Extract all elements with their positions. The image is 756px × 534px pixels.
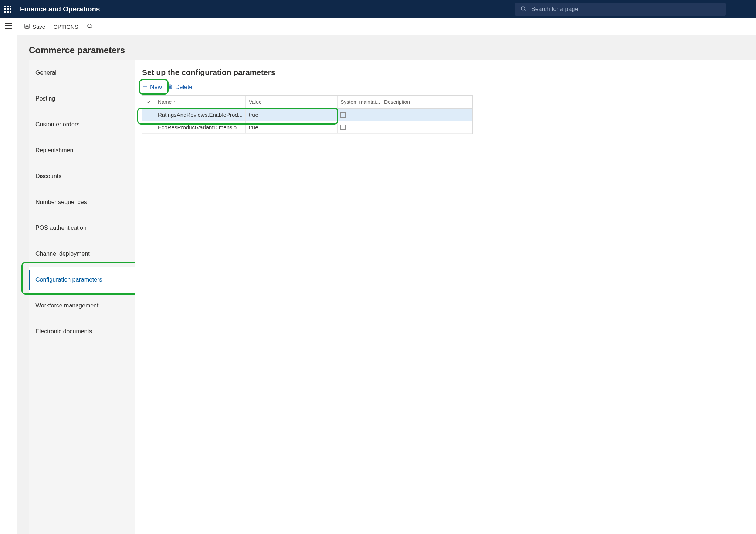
search-container xyxy=(515,3,726,16)
svg-rect-3 xyxy=(26,24,28,25)
svg-rect-9 xyxy=(169,85,172,89)
svg-line-1 xyxy=(524,10,526,11)
col-header-value[interactable]: Value xyxy=(246,96,338,108)
col-label: Value xyxy=(249,99,262,105)
sidebar-item-label: Configuration parameters xyxy=(35,276,102,283)
col-label: System maintai... xyxy=(340,99,380,105)
checkbox-icon xyxy=(340,125,346,130)
col-header-description[interactable]: Description xyxy=(381,96,472,108)
sidebar-item-label: General xyxy=(35,69,57,76)
sidebar-item-label: Replenishment xyxy=(35,147,75,154)
waffle-icon[interactable] xyxy=(4,6,11,13)
cell-name[interactable]: EcoResProductVariantDimensio... xyxy=(155,121,246,133)
cell-description[interactable] xyxy=(381,109,472,121)
col-header-system[interactable]: System maintai... xyxy=(338,96,381,108)
sidebar-item-configuration-parameters[interactable]: Configuration parameters xyxy=(29,267,135,293)
svg-rect-4 xyxy=(26,27,28,28)
search-icon xyxy=(87,23,93,31)
save-icon xyxy=(24,23,30,31)
grid-header: Name ↑ Value System maintai... Descripti… xyxy=(142,96,472,109)
delete-button[interactable]: Delete xyxy=(167,84,192,91)
cell-name[interactable]: RatingsAndReviews.EnableProd... xyxy=(155,109,246,121)
grid-actions: New Delete xyxy=(142,84,745,91)
panel-title: Set up the configuration parameters xyxy=(142,68,745,77)
new-label: New xyxy=(150,84,162,91)
content-split: General Posting Customer orders Replenis… xyxy=(17,60,756,534)
search-input[interactable] xyxy=(531,6,721,13)
table-row[interactable]: EcoResProductVariantDimensio... true xyxy=(142,121,472,134)
plus-icon xyxy=(142,84,148,91)
config-panel: Set up the configuration parameters New … xyxy=(135,60,756,534)
col-select-all[interactable] xyxy=(142,96,155,108)
config-grid: Name ↑ Value System maintai... Descripti… xyxy=(142,95,473,134)
app-title: Finance and Operations xyxy=(20,5,100,13)
cell-value[interactable]: true xyxy=(246,121,338,133)
sidebar-item-label: Discounts xyxy=(35,173,61,180)
cell-value[interactable]: true xyxy=(246,109,338,121)
trash-icon xyxy=(167,84,173,91)
hamburger-icon[interactable] xyxy=(5,23,12,29)
save-button[interactable]: Save xyxy=(24,23,45,31)
sidebar-item-label: Posting xyxy=(35,95,55,102)
left-rail xyxy=(0,18,17,534)
work-area: Save OPTIONS Commerce parameters General… xyxy=(17,18,756,534)
action-bar: Save OPTIONS xyxy=(17,18,756,35)
sidebar-item-pos-authentication[interactable]: POS authentication xyxy=(29,215,135,241)
options-menu[interactable]: OPTIONS xyxy=(53,24,78,30)
col-label: Description xyxy=(384,99,410,105)
sidebar-item-customer-orders[interactable]: Customer orders xyxy=(29,112,135,137)
save-label: Save xyxy=(33,24,45,30)
app-body: Save OPTIONS Commerce parameters General… xyxy=(0,18,756,534)
vertical-tabs: General Posting Customer orders Replenis… xyxy=(29,60,135,534)
sidebar-item-label: Workforce management xyxy=(35,302,98,309)
col-header-name[interactable]: Name ↑ xyxy=(155,96,246,108)
sort-asc-icon: ↑ xyxy=(173,99,175,105)
sidebar-item-discounts[interactable]: Discounts xyxy=(29,163,135,189)
delete-label: Delete xyxy=(175,84,192,91)
svg-point-0 xyxy=(521,7,525,10)
cell-text: true xyxy=(249,124,258,130)
sidebar-item-label: Electronic documents xyxy=(35,328,92,335)
check-icon xyxy=(146,99,151,105)
cell-text: true xyxy=(249,112,258,118)
svg-point-5 xyxy=(88,24,91,28)
sidebar-item-general[interactable]: General xyxy=(29,60,135,86)
sidebar-item-channel-deployment[interactable]: Channel deployment xyxy=(29,241,135,267)
sidebar-item-replenishment[interactable]: Replenishment xyxy=(29,137,135,163)
options-label: OPTIONS xyxy=(53,24,78,30)
sidebar-item-posting[interactable]: Posting xyxy=(29,86,135,112)
cell-description[interactable] xyxy=(381,121,472,133)
svg-line-6 xyxy=(91,27,92,28)
page-title: Commerce parameters xyxy=(29,45,744,55)
cell-text: EcoResProductVariantDimensio... xyxy=(158,124,241,130)
sidebar-item-electronic-documents[interactable]: Electronic documents xyxy=(29,319,135,344)
app-header: Finance and Operations xyxy=(0,0,756,18)
sidebar-item-label: Customer orders xyxy=(35,121,79,128)
cell-text: RatingsAndReviews.EnableProd... xyxy=(158,112,243,118)
sidebar-item-workforce-management[interactable]: Workforce management xyxy=(29,293,135,319)
cell-system[interactable] xyxy=(338,121,381,133)
row-select[interactable] xyxy=(142,121,155,133)
find-button[interactable] xyxy=(87,23,93,31)
sidebar-item-label: Number sequences xyxy=(35,199,87,205)
sidebar-item-label: POS authentication xyxy=(35,225,87,231)
page-header: Commerce parameters xyxy=(17,35,756,60)
checkbox-icon xyxy=(340,112,346,118)
row-select[interactable] xyxy=(142,109,155,121)
search-icon xyxy=(520,6,527,13)
sidebar-item-number-sequences[interactable]: Number sequences xyxy=(29,189,135,215)
global-search[interactable] xyxy=(515,3,726,16)
new-button[interactable]: New xyxy=(142,84,162,91)
table-row[interactable]: RatingsAndReviews.EnableProd... true xyxy=(142,109,472,121)
col-label: Name xyxy=(158,99,172,105)
sidebar-item-label: Channel deployment xyxy=(35,251,90,257)
cell-system[interactable] xyxy=(338,109,381,121)
